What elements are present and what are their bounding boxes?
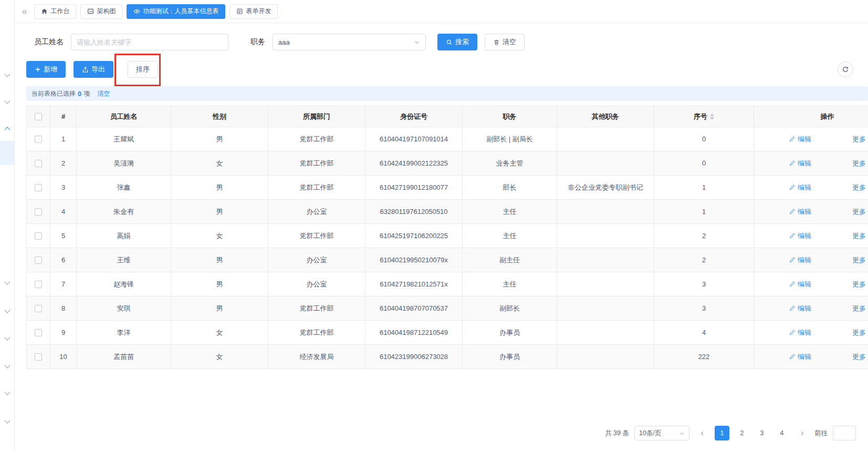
- edit-button[interactable]: 编辑: [789, 135, 811, 144]
- rail-active-item[interactable]: [0, 141, 14, 165]
- cell-gender: 男: [171, 296, 268, 321]
- cell-name: 王维: [77, 248, 171, 272]
- pagination: 共 39 条 10条/页 1 2 3 4 前往: [605, 426, 856, 440]
- cell-dept: 党群工作部: [268, 224, 365, 248]
- cell-position: 主任: [463, 224, 557, 248]
- cell-other-position: [557, 248, 654, 272]
- tab-person-info-table[interactable]: 功能测试：人员基本信息表: [127, 4, 225, 19]
- chevron-down-icon[interactable]: [4, 307, 10, 313]
- more-button-label: 更多: [852, 304, 866, 313]
- cell-index: 1: [50, 127, 77, 151]
- row-checkbox[interactable]: [35, 184, 42, 191]
- cell-id-number: 610427199012180077: [365, 176, 463, 200]
- chevron-down-icon[interactable]: [4, 389, 10, 395]
- form-icon: [236, 8, 243, 15]
- refresh-button[interactable]: [838, 62, 853, 77]
- sort-carets-icon[interactable]: [710, 114, 714, 120]
- tab-form-dev[interactable]: 表单开发: [229, 4, 278, 19]
- employee-name-input[interactable]: [71, 34, 228, 50]
- chevron-down-icon[interactable]: [4, 279, 10, 284]
- chevron-down-icon[interactable]: [4, 71, 10, 77]
- selection-clear-button[interactable]: 清空: [97, 89, 110, 98]
- more-button[interactable]: 更多: [852, 207, 866, 217]
- cell-dept: 办公室: [268, 272, 365, 296]
- row-checkbox[interactable]: [35, 353, 42, 361]
- row-checkbox-cell: [27, 127, 50, 151]
- cell-name: 孟苗苗: [77, 345, 171, 369]
- page-size-select[interactable]: 10条/页: [634, 426, 689, 440]
- position-label: 职务: [250, 37, 265, 47]
- row-checkbox[interactable]: [35, 160, 42, 167]
- goto-page-input[interactable]: [833, 426, 856, 440]
- row-checkbox[interactable]: [35, 232, 42, 240]
- more-button[interactable]: 更多: [852, 231, 866, 241]
- page-button-1[interactable]: 1: [715, 426, 729, 440]
- more-button-label: 更多: [852, 280, 866, 289]
- cell-other-position: [557, 345, 654, 369]
- cell-id-number: 61042719821012571x: [365, 272, 463, 296]
- row-checkbox[interactable]: [35, 136, 42, 143]
- edit-button[interactable]: 编辑: [789, 159, 811, 168]
- row-checkbox[interactable]: [35, 305, 42, 312]
- chevron-down-icon[interactable]: [4, 362, 10, 368]
- collapse-sidebar-icon[interactable]: «: [19, 6, 30, 17]
- chevron-down-icon[interactable]: [4, 98, 10, 104]
- select-all-checkbox[interactable]: [35, 113, 42, 120]
- chevron-down-icon[interactable]: [4, 417, 10, 423]
- edit-button[interactable]: 编辑: [789, 328, 811, 337]
- row-checkbox[interactable]: [35, 329, 42, 336]
- next-page-button[interactable]: [794, 426, 809, 440]
- more-button[interactable]: 更多: [852, 304, 866, 313]
- header-seq[interactable]: 序号: [654, 106, 754, 127]
- row-checkbox[interactable]: [35, 257, 42, 264]
- prev-page-button[interactable]: [695, 426, 709, 440]
- tab-label: 架构图: [97, 7, 116, 16]
- edit-button[interactable]: 编辑: [789, 231, 811, 241]
- edit-button[interactable]: 编辑: [789, 280, 811, 289]
- more-button-label: 更多: [852, 159, 866, 168]
- clear-button[interactable]: 清空: [485, 34, 525, 50]
- page-button-4[interactable]: 4: [775, 426, 789, 440]
- cell-other-position: 非公企业党委专职副书记: [557, 176, 654, 200]
- row-checkbox[interactable]: [35, 281, 42, 288]
- pencil-icon: [789, 184, 796, 191]
- export-button[interactable]: 导出: [74, 61, 113, 78]
- tab-diagram[interactable]: 架构图: [80, 4, 122, 19]
- tab-workbench[interactable]: 工作台: [34, 4, 76, 19]
- chevron-right-icon: [799, 430, 805, 436]
- edit-button[interactable]: 编辑: [789, 352, 811, 362]
- more-button[interactable]: 更多: [852, 352, 866, 362]
- more-button[interactable]: 更多: [852, 159, 866, 168]
- trash-icon: [493, 39, 500, 46]
- cell-gender: 男: [171, 200, 268, 224]
- chevron-down-icon[interactable]: [4, 334, 10, 340]
- more-button[interactable]: 更多: [852, 280, 866, 289]
- edit-button[interactable]: 编辑: [789, 183, 811, 192]
- cell-index: 3: [50, 176, 77, 200]
- table-row: 4 朱金有 男 办公室 632801197612050510 主任 1 编辑 更…: [27, 200, 868, 224]
- search-button[interactable]: 搜索: [437, 34, 477, 50]
- edit-button[interactable]: 编辑: [789, 255, 811, 265]
- clear-button-label: 清空: [503, 37, 516, 47]
- pencil-icon: [789, 329, 796, 336]
- page-button-3[interactable]: 3: [755, 426, 769, 440]
- more-button[interactable]: 更多: [852, 255, 866, 265]
- edit-button[interactable]: 编辑: [789, 207, 811, 217]
- cell-seq: 0: [654, 127, 754, 151]
- cell-index: 8: [50, 296, 77, 321]
- add-button[interactable]: 新增: [26, 61, 66, 78]
- chevron-up-icon[interactable]: [4, 127, 10, 132]
- cell-index: 10: [50, 345, 77, 369]
- more-button[interactable]: 更多: [852, 183, 866, 192]
- more-button-label: 更多: [852, 255, 866, 265]
- position-select[interactable]: aaa: [273, 34, 426, 50]
- more-button[interactable]: 更多: [852, 328, 866, 337]
- page-button-2[interactable]: 2: [735, 426, 749, 440]
- image-icon: [87, 8, 94, 15]
- more-button[interactable]: 更多: [852, 135, 866, 144]
- row-checkbox[interactable]: [35, 208, 42, 216]
- cell-dept: 办公室: [268, 200, 365, 224]
- sort-button[interactable]: 排序: [128, 61, 158, 78]
- cell-index: 5: [50, 224, 77, 248]
- edit-button[interactable]: 编辑: [789, 304, 811, 313]
